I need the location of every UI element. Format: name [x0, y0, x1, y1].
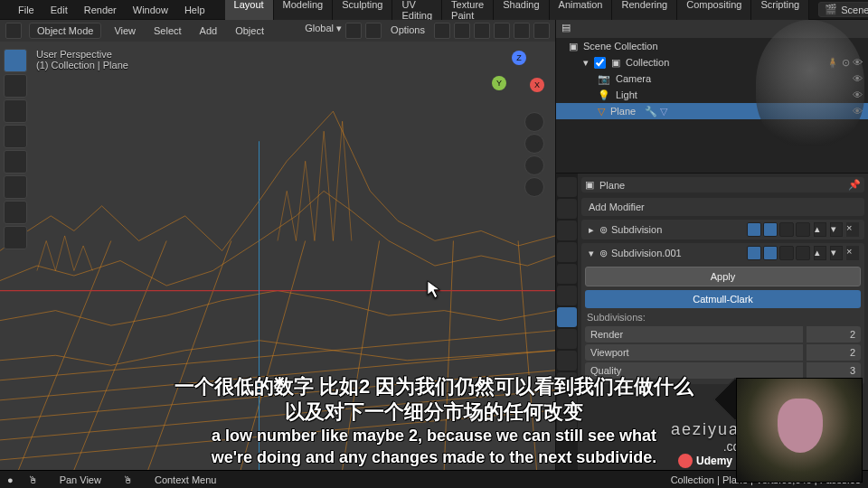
mod-show-viewport-icon[interactable] — [763, 246, 778, 260]
move-up-icon[interactable]: ▴ — [814, 222, 826, 237]
menu-edit[interactable]: Edit — [43, 3, 75, 17]
interaction-mode-dropdown[interactable]: Object Mode — [29, 23, 101, 39]
mod-show-edit-icon[interactable] — [779, 222, 794, 237]
viewport-subdiv-value[interactable]: 2 — [807, 344, 861, 361]
mod-show-cage-icon[interactable] — [796, 246, 810, 260]
prop-tab-world-icon[interactable] — [557, 264, 577, 284]
object-name-field[interactable]: Plane — [599, 180, 625, 191]
nav-gizmo[interactable]: Z Y X — [492, 51, 544, 103]
pan-icon[interactable] — [524, 134, 544, 154]
overlay-toggle-icon[interactable] — [434, 23, 450, 39]
prop-tab-constraints-icon[interactable] — [557, 372, 577, 392]
zoom-icon[interactable] — [524, 112, 544, 132]
add-modifier-dropdown[interactable]: Add Modifier — [581, 198, 864, 216]
udemy-badge: Udemy — [678, 454, 732, 468]
prop-tab-viewlayer-icon[interactable] — [557, 221, 577, 240]
tool-rotate-icon[interactable] — [4, 125, 27, 148]
snap-toggle-icon[interactable] — [345, 23, 362, 39]
menu-file[interactable]: File — [11, 3, 42, 17]
shading-rendered-icon[interactable] — [533, 23, 550, 39]
move-down-icon[interactable]: ▾ — [830, 246, 843, 260]
transform-orientation[interactable]: Global ▾ — [305, 23, 342, 39]
modifier-name[interactable]: Subdivision — [611, 224, 743, 235]
outliner-scene-label: Scene Collection — [583, 41, 658, 52]
tool-move-icon[interactable] — [4, 99, 27, 123]
status-record-icon: ● — [7, 474, 14, 485]
3d-viewport-area: Object Mode View Select Add Object Globa… — [0, 20, 556, 470]
camera-icon: 📷 — [598, 73, 610, 85]
xray-toggle-icon[interactable] — [454, 23, 470, 39]
viewport-info-overlay: User Perspective (1) Collection | Plane — [36, 49, 128, 70]
prop-tab-object-icon[interactable] — [557, 286, 577, 305]
mod-show-cage-icon[interactable] — [796, 222, 810, 237]
move-up-icon[interactable]: ▴ — [814, 246, 826, 260]
tool-annotate-icon[interactable] — [4, 201, 27, 224]
vp-menu-add[interactable]: Add — [194, 23, 223, 38]
shading-matprev-icon[interactable] — [514, 23, 530, 39]
vp-menu-object[interactable]: Object — [230, 23, 269, 38]
prop-tab-material-icon[interactable] — [557, 416, 577, 436]
editor-type-icon[interactable] — [5, 23, 22, 39]
menu-window[interactable]: Window — [126, 3, 175, 17]
proportional-edit-icon[interactable] — [365, 23, 382, 39]
menu-help[interactable]: Help — [177, 3, 212, 17]
mod-show-edit-icon[interactable] — [779, 246, 794, 260]
viewport-subdiv-label: Viewport — [585, 344, 803, 361]
folder-icon: ▣ — [611, 57, 620, 69]
move-down-icon[interactable]: ▾ — [830, 222, 843, 237]
mod-show-render-icon[interactable] — [747, 246, 761, 260]
svg-marker-14 — [428, 281, 439, 298]
light-icon: 💡 — [598, 89, 610, 101]
scene-icon: 🎬 — [825, 4, 837, 15]
pin-icon[interactable]: 📌 — [848, 179, 861, 191]
subdiv-icon: ⊚ — [599, 224, 608, 236]
shading-wireframe-icon[interactable] — [474, 23, 490, 39]
delete-modifier-icon[interactable]: × — [846, 222, 859, 237]
apply-modifier-button[interactable]: Apply — [585, 267, 861, 286]
mod-show-render-icon[interactable] — [747, 222, 761, 237]
menu-render[interactable]: Render — [77, 3, 124, 17]
expand-arrow-icon[interactable]: ▸ — [587, 224, 596, 236]
tool-cursor-icon[interactable] — [4, 74, 27, 98]
viewport-canvas[interactable]: User Perspective (1) Collection | Plane … — [0, 42, 555, 470]
camera-view-icon[interactable] — [524, 155, 544, 175]
gizmo-y-axis[interactable]: Y — [492, 76, 506, 90]
status-pan-hint: Pan View — [60, 474, 101, 485]
gizmo-z-axis[interactable]: Z — [512, 51, 526, 65]
mesh-icon: ▽ — [598, 106, 605, 117]
render-subdiv-value[interactable]: 2 — [807, 326, 861, 343]
ortho-toggle-icon[interactable] — [524, 177, 544, 197]
prop-tab-physics-icon[interactable] — [557, 351, 577, 371]
delete-modifier-icon[interactable]: × — [846, 246, 859, 260]
tool-scale-icon[interactable] — [4, 150, 27, 174]
mod-show-viewport-icon[interactable] — [763, 222, 778, 237]
prop-tab-output-icon[interactable] — [557, 199, 577, 219]
vp-menu-view[interactable]: View — [108, 23, 141, 38]
gizmo-x-axis[interactable]: X — [530, 78, 544, 92]
prop-tab-render-icon[interactable] — [557, 177, 577, 197]
tool-measure-icon[interactable] — [4, 226, 27, 249]
prop-tab-scene-icon[interactable] — [557, 242, 577, 262]
shading-solid-icon[interactable] — [494, 23, 510, 39]
mesh-data-icon: ▣ — [585, 179, 594, 191]
modifier-name[interactable]: Subdivision.001 — [611, 248, 743, 258]
catmull-clark-button[interactable]: Catmull-Clark — [585, 290, 861, 308]
quality-label: Quality — [585, 362, 803, 379]
prop-tab-modifier-icon[interactable] — [557, 307, 577, 327]
funnel-icon[interactable]: ▤ — [561, 22, 571, 33]
tool-select-box-icon[interactable] — [4, 49, 27, 72]
toolbar-left — [4, 49, 27, 249]
vp-menu-select[interactable]: Select — [148, 23, 187, 38]
prop-tab-mesh-icon[interactable] — [557, 394, 577, 414]
modifier-subdivision-001: ▾ ⊚ Subdivision.001 ▴ ▾ × — [581, 243, 864, 384]
quality-value[interactable]: 3 — [807, 362, 861, 379]
subdiv-icon: ⊚ — [599, 248, 608, 259]
viewport-header: Object Mode View Select Add Object Globa… — [0, 20, 555, 42]
collection-visibility-checkbox[interactable] — [594, 57, 606, 69]
options-dropdown[interactable]: Options — [385, 23, 430, 39]
scene-selector[interactable]: 🎬Scene — [818, 2, 868, 17]
expand-arrow-icon[interactable]: ▾ — [587, 248, 596, 259]
tool-transform-icon[interactable] — [4, 175, 27, 199]
prop-tab-particles-icon[interactable] — [557, 329, 577, 349]
properties-object-title: ▣ Plane 📌 — [581, 177, 864, 192]
